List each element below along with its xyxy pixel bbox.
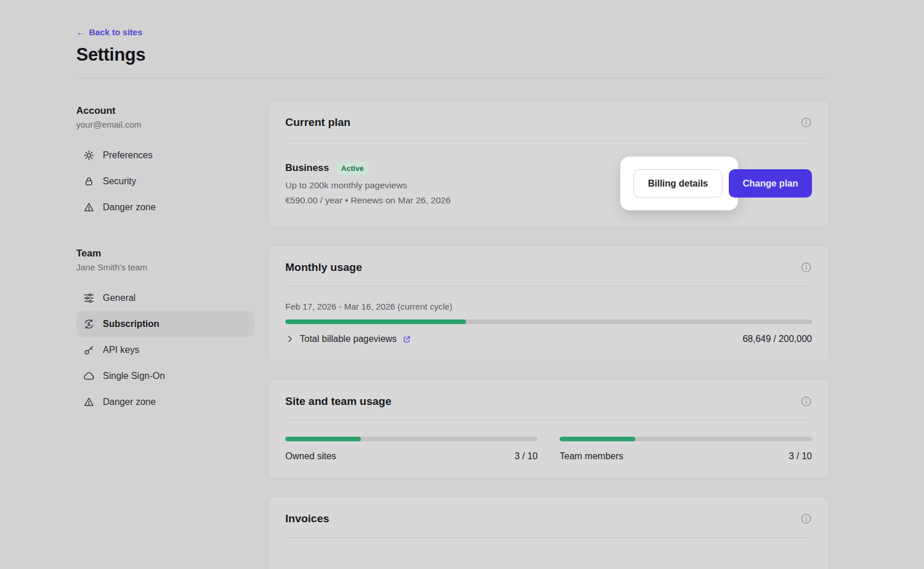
pageviews-usage-value: 68,649 / 200,000 xyxy=(743,334,812,344)
sidebar-item-danger-zone-account[interactable]: Danger zone xyxy=(76,194,254,220)
current-plan-card: Current plan Business Activ xyxy=(269,101,829,227)
team-members-meter: Team members 3 / 10 xyxy=(560,437,812,462)
account-section-heading: Account xyxy=(76,105,254,117)
sidebar-item-label: Danger zone xyxy=(103,202,156,213)
sidebar-item-general[interactable]: General xyxy=(76,285,254,311)
info-icon[interactable] xyxy=(800,262,812,273)
sidebar-item-label: Subscription xyxy=(103,319,159,329)
card-divider xyxy=(285,537,812,538)
team-members-value: 3 / 10 xyxy=(789,451,812,462)
back-link-label: Back to sites xyxy=(89,27,143,37)
warning-triangle-icon xyxy=(83,396,95,408)
info-icon[interactable] xyxy=(800,117,812,128)
sidebar-item-preferences[interactable]: Preferences xyxy=(76,142,254,168)
external-link-icon[interactable] xyxy=(402,334,412,344)
back-to-sites-link[interactable]: ← Back to sites xyxy=(76,27,143,37)
gear-icon xyxy=(83,150,95,161)
plan-summary: Business Active Up to 200k monthly pagev… xyxy=(285,162,450,206)
plan-actions: Billing details Change plan xyxy=(620,157,812,210)
owned-sites-progress-track xyxy=(285,437,538,441)
sidebar-item-label: API keys xyxy=(103,345,139,355)
billing-details-button[interactable]: Billing details xyxy=(634,169,722,198)
key-icon xyxy=(83,344,95,356)
dollar-refresh-icon: $ xyxy=(83,318,95,330)
status-badge: Active xyxy=(336,162,369,175)
pageviews-progress-track xyxy=(285,319,812,324)
sidebar-item-api-keys[interactable]: API keys xyxy=(76,337,254,363)
site-team-usage-title: Site and team usage xyxy=(285,395,392,408)
sidebar-item-label: Preferences xyxy=(103,150,152,161)
settings-page: ← Back to sites Settings Account your@em… xyxy=(0,0,924,569)
header-divider xyxy=(76,78,829,79)
lock-icon xyxy=(83,176,95,187)
invoices-card: Invoices xyxy=(269,497,829,569)
info-icon[interactable] xyxy=(800,396,812,407)
change-plan-button[interactable]: Change plan xyxy=(729,169,812,198)
sidebar-item-label: Security xyxy=(103,176,136,187)
svg-text:$: $ xyxy=(87,321,91,327)
monthly-usage-title: Monthly usage xyxy=(285,261,362,274)
plan-name: Business xyxy=(285,162,329,174)
sidebar-item-label: Danger zone xyxy=(103,397,156,407)
team-members-progress-track xyxy=(560,437,812,441)
arrow-left-icon: ← xyxy=(76,27,85,37)
pageviews-progress-fill xyxy=(285,319,466,324)
settings-main: Current plan Business Activ xyxy=(269,101,829,569)
card-divider xyxy=(285,420,812,421)
info-icon[interactable] xyxy=(800,513,812,525)
sidebar-item-danger-zone-team[interactable]: Danger zone xyxy=(76,389,254,415)
team-section-heading: Team xyxy=(76,248,254,259)
owned-sites-value: 3 / 10 xyxy=(515,451,538,462)
onboarding-spotlight: Billing details xyxy=(620,157,738,210)
plan-billing-info: €590.00 / year • Renews on Mar 26, 2026 xyxy=(285,195,450,206)
monthly-usage-card: Monthly usage Feb 17, 2026 - Mar 16, 202… xyxy=(269,246,829,361)
card-divider xyxy=(285,141,812,142)
invoices-title: Invoices xyxy=(285,512,329,525)
sidebar-item-label: Single Sign-On xyxy=(103,371,165,381)
sidebar-item-subscription[interactable]: $ Subscription xyxy=(76,311,254,337)
owned-sites-meter: Owned sites 3 / 10 xyxy=(285,437,538,462)
pageviews-label: Total billable pageviews xyxy=(300,334,397,344)
owned-sites-label: Owned sites xyxy=(285,451,336,462)
billing-cycle-text: Feb 17, 2026 - Mar 16, 2026 (current cyc… xyxy=(285,302,812,311)
sidebar-item-security[interactable]: Security xyxy=(76,168,254,194)
team-nav: General $ Subscription xyxy=(76,285,254,415)
account-nav: Preferences Security Danger zone xyxy=(76,142,254,220)
page-title: Settings xyxy=(76,44,829,65)
account-email: your@email.com xyxy=(76,120,254,129)
team-name: Jane Smith's team xyxy=(76,262,254,272)
card-divider xyxy=(285,286,812,287)
chevron-right-icon xyxy=(285,334,295,344)
current-plan-title: Current plan xyxy=(285,116,351,129)
settings-sidebar: Account your@email.com Preferences Secur… xyxy=(76,101,254,415)
site-team-usage-card: Site and team usage xyxy=(269,380,829,478)
sidebar-item-single-sign-on[interactable]: Single Sign-On xyxy=(76,363,254,389)
plan-description: Up to 200k monthly pageviews xyxy=(285,180,450,191)
cloud-icon xyxy=(83,370,95,382)
owned-sites-progress-fill xyxy=(285,437,361,441)
team-members-label: Team members xyxy=(560,451,623,462)
sliders-icon xyxy=(83,292,95,304)
total-billable-pageviews-row[interactable]: Total billable pageviews xyxy=(285,334,412,344)
warning-triangle-icon xyxy=(83,202,95,213)
sidebar-item-label: General xyxy=(103,293,136,303)
team-members-progress-fill xyxy=(560,437,635,441)
